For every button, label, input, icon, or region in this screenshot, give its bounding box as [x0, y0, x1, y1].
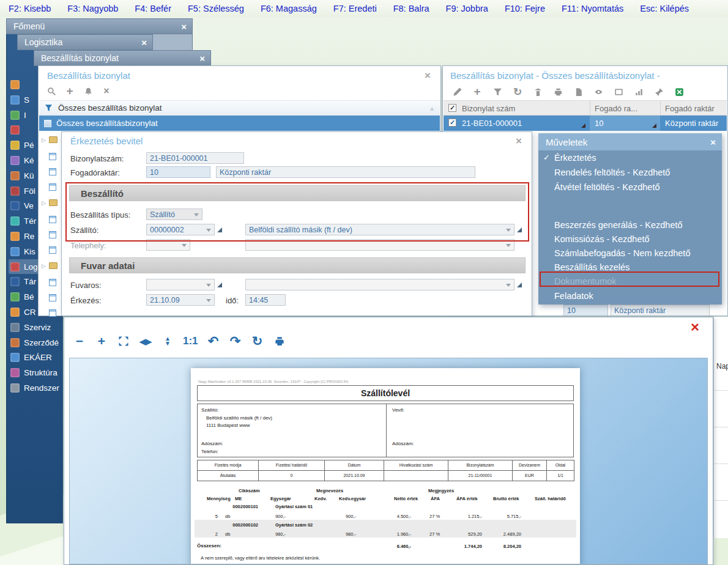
- column-header-bizonylat-szam[interactable]: Bizonylat szám: [462, 104, 515, 113]
- close-icon[interactable]: ×: [141, 37, 147, 48]
- print-icon[interactable]: [551, 85, 565, 98]
- fogadoraktar-kod-field[interactable]: 10: [146, 166, 210, 178]
- expand-icon[interactable]: ▷: [42, 137, 46, 143]
- add-icon[interactable]: +: [63, 84, 76, 98]
- szallito-nev-combo[interactable]: Belföldi szállító másik (ft / dev): [245, 224, 514, 235]
- sidebar-item-szerviz[interactable]: Szerviz: [9, 320, 63, 334]
- action-dokumentumok[interactable]: Dokumentumok: [538, 274, 722, 288]
- szallito-kod-combo[interactable]: 00000002: [146, 224, 215, 235]
- fn-key-f3[interactable]: F3: Nagyobb: [67, 4, 118, 13]
- column-header-fogado-raktar[interactable]: Fogadó raktár: [665, 104, 715, 113]
- lookup-icon[interactable]: [517, 227, 522, 232]
- action-rendeles-feltoltes[interactable]: Rendelés feltöltés - Kezdhető: [538, 165, 722, 179]
- list-item-filter[interactable]: Összes beszállítás bizonylat ▴: [39, 100, 440, 116]
- chart-icon[interactable]: [632, 85, 645, 98]
- action-komissiozas[interactable]: Komissiózás - Kezdhető: [538, 232, 722, 246]
- zoom-actual-button[interactable]: 1:1: [183, 333, 198, 349]
- check-icon: ✓: [543, 153, 550, 162]
- excel-icon[interactable]: [672, 85, 686, 98]
- sidebar-item-struktura[interactable]: Struktúra: [9, 365, 63, 380]
- window-icon[interactable]: [612, 85, 625, 98]
- fit-height-icon[interactable]: ▲▼: [161, 333, 174, 349]
- print-icon[interactable]: [273, 333, 286, 349]
- muveletek-titlebar[interactable]: Műveletek ×: [538, 133, 722, 150]
- lookup-icon[interactable]: [517, 282, 522, 287]
- bg-fogado-raktar-kod-field[interactable]: 10: [563, 305, 608, 316]
- zoom-out-icon[interactable]: −: [73, 333, 86, 349]
- action-beszallitas-kezeles[interactable]: Beszállítás kezelés: [538, 260, 722, 274]
- view-icon[interactable]: [592, 85, 605, 98]
- redo-icon[interactable]: ↷: [229, 333, 242, 349]
- edit-icon[interactable]: [450, 85, 464, 98]
- grid-row-selected[interactable]: ✓ 21-BE01-000001 10 Központi raktár: [444, 116, 727, 131]
- row-checkbox[interactable]: ✓: [448, 119, 456, 127]
- close-icon[interactable]: ×: [516, 136, 522, 146]
- fn-key-f7[interactable]: F7: Eredeti: [333, 4, 377, 13]
- beszallitas-titlebar[interactable]: Beszállítás bizonylat ×: [34, 50, 211, 66]
- close-icon[interactable]: ×: [710, 137, 716, 147]
- fn-key-f6[interactable]: F6: Magasság: [261, 4, 317, 13]
- close-icon[interactable]: ×: [425, 70, 431, 81]
- select-all-checkbox[interactable]: ✓: [448, 104, 456, 112]
- fn-key-f4[interactable]: F4: Befér: [135, 4, 171, 13]
- zoom-in-icon[interactable]: +: [95, 333, 108, 349]
- lookup-icon[interactable]: [217, 282, 222, 287]
- telephely-kod-combo[interactable]: [146, 239, 190, 251]
- logisztika-titlebar[interactable]: Logisztika ×: [17, 34, 153, 50]
- folder-icon: [49, 136, 58, 143]
- close-icon[interactable]: ×: [199, 53, 205, 64]
- refresh-icon[interactable]: ↻: [511, 85, 524, 98]
- fn-key-esc[interactable]: Esc: Kilépés: [640, 4, 689, 13]
- action-atvetel-feltoltes[interactable]: Átvétel feltöltés - Kezdhető: [538, 180, 722, 194]
- filter-icon[interactable]: [491, 85, 504, 98]
- preview-area[interactable]: Nagy Machinátor v3.1.157 65868 2021.10.0…: [69, 358, 708, 564]
- column-divider[interactable]: [660, 101, 661, 115]
- fn-key-f9[interactable]: F9: Jobbra: [446, 4, 488, 13]
- lookup-icon[interactable]: [217, 227, 222, 232]
- rotate-icon[interactable]: ↻: [251, 333, 264, 349]
- fn-key-f5[interactable]: F5: Szélesség: [188, 4, 244, 13]
- close-icon[interactable]: ×: [181, 21, 187, 32]
- expand-icon[interactable]: ▷: [42, 200, 46, 206]
- column-divider[interactable]: [590, 101, 590, 115]
- export-icon[interactable]: [571, 85, 585, 98]
- action-szamlabefogadas[interactable]: Számlabefogadás - Nem kezdhető: [538, 246, 722, 260]
- fit-width-icon[interactable]: ◀▶: [139, 333, 152, 349]
- menu-icon: [10, 247, 20, 256]
- undo-icon[interactable]: ↶: [207, 333, 220, 349]
- fuvaros-nev-combo[interactable]: [245, 279, 514, 290]
- scroll-up-icon[interactable]: ▴: [430, 104, 434, 113]
- sidebar-item-rendszer[interactable]: Rendszer: [9, 380, 63, 395]
- fogadoraktar-nev-field[interactable]: Központi raktár: [216, 166, 475, 178]
- close-icon[interactable]: ×: [691, 320, 699, 334]
- fit-page-icon[interactable]: [117, 333, 130, 349]
- window-title: Logisztika: [24, 37, 62, 47]
- fuvaros-kod-combo[interactable]: [146, 279, 215, 290]
- erkezes-datum-combo[interactable]: 21.10.09: [146, 294, 215, 306]
- action-beszerzes-generalas[interactable]: Beszerzés generálás - Kezdhető: [538, 218, 722, 232]
- sidebar-item-ekaer[interactable]: EKÁER: [9, 350, 63, 364]
- doc-adoszam-label: Adószám:: [201, 441, 223, 446]
- ido-field[interactable]: 14:45: [245, 294, 286, 306]
- fn-key-f11[interactable]: F11: Nyomtatás: [562, 4, 623, 13]
- pin-icon[interactable]: [652, 85, 666, 98]
- beszallitas-tipus-select[interactable]: Szállító: [146, 209, 202, 220]
- action-erkeztetes[interactable]: ✓ Érkeztetés: [538, 150, 722, 164]
- delete-icon[interactable]: [531, 85, 544, 98]
- search-icon[interactable]: [45, 84, 58, 98]
- clear-icon[interactable]: ×: [100, 84, 113, 98]
- bizonylatszam-field[interactable]: 21-BE01-000001: [146, 152, 244, 164]
- sidebar-item-szerzodes[interactable]: Szerződé: [9, 335, 63, 350]
- fn-key-f2[interactable]: F2: Kisebb: [9, 4, 51, 13]
- list-item-selected[interactable]: Összes beszállításbizonylat: [39, 116, 440, 131]
- add-icon[interactable]: +: [470, 85, 484, 98]
- fn-key-f8[interactable]: F8: Balra: [393, 4, 429, 13]
- fn-key-f10[interactable]: F10: Fejre: [505, 4, 545, 13]
- action-feladatok[interactable]: Feladatok: [538, 289, 722, 303]
- expand-icon[interactable]: ▷: [42, 263, 46, 269]
- column-header-fogado-ra[interactable]: Fogadó ra...: [595, 104, 637, 113]
- notification-icon[interactable]: [81, 84, 95, 98]
- bg-fogado-raktar-nev-field[interactable]: Központi raktár: [611, 305, 710, 316]
- fomenu-titlebar[interactable]: Főmenü ×: [6, 18, 193, 34]
- telephely-nev-combo[interactable]: [245, 239, 514, 251]
